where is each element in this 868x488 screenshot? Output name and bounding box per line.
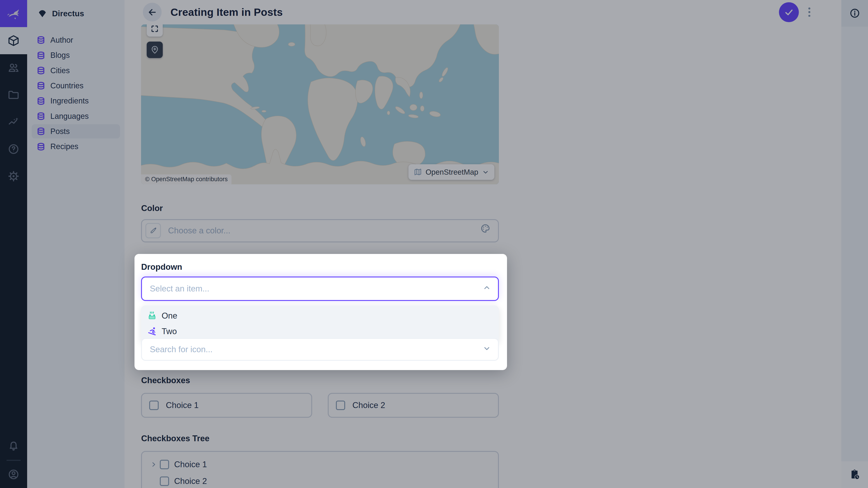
chevron-down-icon — [483, 344, 491, 355]
dropdown-select[interactable]: Select an item... — [141, 276, 499, 301]
dropdown-menu: One Two — [141, 305, 499, 342]
dropdown-option-one[interactable]: One — [141, 308, 499, 324]
icon-search-placeholder: Search for icon... — [150, 345, 213, 354]
option-label: Two — [162, 327, 177, 336]
option-label: One — [162, 311, 177, 321]
directus-app: Directus Author Blogs Cities Countries I… — [0, 0, 868, 488]
dropdown-placeholder: Select an item... — [150, 284, 209, 293]
downhill-skiing-icon — [148, 327, 157, 336]
jacuzzi-icon — [148, 311, 157, 321]
chevron-up-icon — [483, 283, 491, 294]
dropdown-field-label: Dropdown — [141, 262, 182, 272]
dropdown-modal-card: Dropdown Select an item... One Two Searc… — [134, 254, 507, 370]
icon-search-input[interactable]: Search for icon... — [141, 338, 499, 361]
dropdown-option-two[interactable]: Two — [141, 324, 499, 339]
modal-overlay[interactable] — [0, 0, 868, 488]
